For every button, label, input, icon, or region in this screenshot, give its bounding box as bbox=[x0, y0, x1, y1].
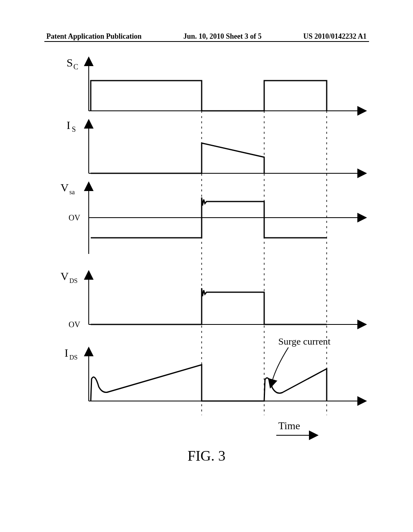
header-right: US 2010/0142232 A1 bbox=[303, 32, 367, 41]
label-time: Time bbox=[278, 420, 300, 432]
label-vds-zero: OV bbox=[69, 320, 80, 329]
label-vds-sub: DS bbox=[69, 277, 77, 284]
patent-header: Patent Application Publication Jun. 10, … bbox=[0, 32, 413, 41]
label-is: I bbox=[67, 119, 70, 131]
timing-svg: S C I S V sa OV V DS OV I bbox=[44, 52, 369, 447]
label-vsa-zero: OV bbox=[69, 213, 80, 222]
label-vsa-sub: sa bbox=[69, 189, 75, 195]
label-sc-sub: C bbox=[73, 63, 78, 71]
time-guides bbox=[202, 111, 327, 415]
timing-diagram: S C I S V sa OV V DS OV I bbox=[44, 52, 369, 455]
figure-label: FIG. 3 bbox=[0, 447, 413, 464]
signal-ids: I DS Surge current bbox=[65, 336, 359, 401]
signal-vds: V DS OV bbox=[60, 270, 359, 329]
signal-is: I S bbox=[67, 119, 359, 173]
label-ids: I bbox=[65, 347, 68, 359]
header-left: Patent Application Publication bbox=[46, 32, 142, 41]
label-sc: S bbox=[67, 56, 73, 69]
header-center: Jun. 10, 2010 Sheet 3 of 5 bbox=[183, 32, 261, 41]
label-is-sub: S bbox=[72, 125, 76, 133]
label-vsa: V bbox=[60, 181, 69, 194]
time-axis-label: Time bbox=[276, 420, 311, 435]
signal-sc: S C bbox=[67, 56, 359, 111]
label-vds: V bbox=[60, 270, 69, 283]
signal-vsa: V sa OV bbox=[60, 181, 359, 254]
label-ids-sub: DS bbox=[69, 354, 77, 361]
surge-pointer bbox=[272, 347, 288, 381]
annotation-surge: Surge current bbox=[278, 336, 331, 347]
header-rule bbox=[44, 41, 369, 42]
